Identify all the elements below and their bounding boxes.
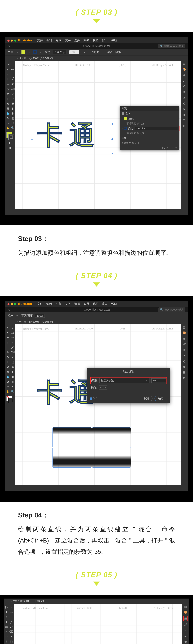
curvature-icon[interactable]: 〰	[10, 72, 15, 76]
line-tool-icon[interactable]: ╱	[10, 340, 15, 345]
rect-tool-icon[interactable]: ▭	[5, 345, 10, 350]
shape-builder-icon[interactable]: ◉	[5, 365, 10, 370]
selection-tool-icon[interactable]: ▷	[5, 62, 10, 67]
maximize-icon[interactable]	[14, 40, 16, 42]
canvas[interactable]: Design：MiuyanChow Illustrator 100+ [2023…	[15, 324, 181, 485]
stroke-panel-icon[interactable]: ≡	[184, 90, 185, 94]
properties-icon[interactable]: ▤	[183, 62, 186, 66]
preview-checkbox[interactable]: ✓预览	[90, 396, 97, 401]
curvature-icon[interactable]: 〰	[10, 336, 15, 340]
symbol-icon[interactable]: ✿	[5, 380, 10, 384]
menu-file[interactable]: 文件	[37, 302, 43, 306]
shape-builder-icon[interactable]: ◉	[5, 101, 10, 106]
toolbar[interactable]: ▷▹ ✦ᔕ ✒〰 T╱ ▭🖌 ✎⌫ ↻⤢ ⫴⬚ ◉▦ ▩▮ 💧◐ ✿▥ ▱✂ ✋…	[5, 61, 15, 209]
zoom-icon[interactable]: 🔍	[10, 126, 15, 130]
blend-options-dialog[interactable]: 混合选项 间距: 指定的步数⏷ 35 取向: ⊪ ⤳	[87, 368, 170, 403]
panel-menu-icon[interactable]: ≡	[176, 107, 178, 110]
stroke-opacity[interactable]: 不透明度: 默认值	[127, 132, 144, 135]
spacing-value-field[interactable]: 35	[152, 378, 166, 383]
stroke-panel-icon[interactable]: ≡	[185, 629, 187, 632]
orient-path-icon[interactable]: ⤳	[103, 386, 107, 390]
panel-dock[interactable]: ▤ 🎨 ▦ 🖌 ≡ ▰ ◐ ◉ ☰ ⊞	[181, 324, 188, 485]
menu-window[interactable]: 窗口	[102, 38, 108, 42]
scale-icon[interactable]: ⤢	[10, 355, 15, 360]
menu-select[interactable]: 选择	[74, 38, 80, 42]
curvature-icon[interactable]: 〰	[9, 615, 14, 620]
shaper-icon[interactable]: ✎	[4, 630, 9, 634]
width-icon[interactable]: ⫴	[4, 639, 9, 644]
menu-bar[interactable]: Illustrator 文件 编辑 对象 文字 选择 效果 视图 窗口 帮助	[5, 37, 188, 44]
canvas[interactable]: Design：MiuyanChow Illustrator 100+ [2023…	[15, 61, 181, 209]
properties-icon[interactable]: ▤	[183, 326, 186, 329]
search-box[interactable]: 🔍 搜索 Adobe 帮助	[158, 44, 185, 48]
slice-icon[interactable]: ✂	[10, 384, 15, 389]
shaper-icon[interactable]: ✎	[5, 350, 10, 355]
swatches-panel-icon[interactable]: ▦	[183, 74, 186, 77]
graph-icon[interactable]: ▥	[10, 116, 15, 120]
free-transform-icon[interactable]: ⬚	[10, 96, 15, 101]
fill-stroke-indicator[interactable]	[6, 132, 14, 140]
color-mode-icon[interactable]: ◧	[8, 140, 12, 145]
eraser-icon[interactable]: ⌫	[10, 86, 15, 91]
document-tab[interactable]: × 卡片版 * @ 600% (RGB/预览)	[4, 598, 189, 604]
eyedropper-icon[interactable]: 💧	[5, 111, 10, 116]
orientation-icons[interactable]: ⊪ ⤳	[99, 386, 107, 390]
extra-char[interactable]: 字符	[107, 50, 113, 54]
home-icon[interactable]: ⌂	[8, 308, 10, 312]
default-opacity[interactable]: 不透明度: 默认值	[122, 142, 139, 144]
symbol-icon[interactable]: ✿	[5, 116, 10, 120]
stroke-row-swatch[interactable]	[124, 127, 127, 130]
ok-button[interactable]: 确定	[155, 396, 167, 401]
brush-tool-icon[interactable]: 🖌	[10, 345, 15, 350]
rotate-icon[interactable]: ↻	[5, 355, 10, 360]
maximize-icon[interactable]	[14, 303, 16, 305]
minimize-icon[interactable]	[11, 40, 13, 42]
char-row[interactable]: 字符	[122, 136, 127, 140]
type-tool-icon[interactable]: T	[4, 620, 9, 624]
rotate-icon[interactable]: ↻	[4, 634, 9, 639]
menu-view[interactable]: 视图	[93, 38, 98, 42]
canvas[interactable]: Design：MiuyanChow Illustrator 100+ [2023…	[14, 604, 182, 644]
color-panel-icon[interactable]: 🎨	[183, 331, 186, 334]
selection-tool-icon[interactable]: ▷	[5, 326, 10, 330]
blend-icon[interactable]: ◐	[10, 111, 15, 116]
swatches-panel-icon[interactable]: ▦	[183, 337, 186, 340]
gradient-panel-icon[interactable]: ▰	[185, 634, 187, 638]
menu-edit[interactable]: 编辑	[46, 302, 52, 306]
hand-icon[interactable]: ✋	[5, 389, 10, 394]
stroke-row-label[interactable]: 描边	[128, 127, 133, 130]
orient-page-icon[interactable]: ⊪	[99, 386, 103, 390]
brushes-panel-icon[interactable]: 🖌	[183, 342, 186, 346]
gradient-icon[interactable]: ▮	[10, 370, 15, 374]
brushes-panel-icon[interactable]: 🖌	[183, 79, 186, 82]
brush-tool-icon[interactable]: 🖌	[9, 624, 14, 629]
appearance-icon[interactable]: ◉	[183, 108, 186, 111]
brushes-panel-icon[interactable]: 🖌	[184, 623, 187, 626]
stroke-swatch[interactable]	[33, 50, 37, 54]
rotate-icon[interactable]: ↻	[5, 92, 10, 96]
menu-file[interactable]: 文件	[37, 38, 43, 42]
spacing-mode-select[interactable]: 指定的步数⏷	[99, 378, 150, 383]
transparency-icon[interactable]: ◐	[183, 102, 186, 105]
pen-tool-icon[interactable]: ✒	[4, 615, 9, 620]
line-tool-icon[interactable]: ╱	[10, 77, 15, 82]
screen-mode-icon[interactable]: ▢	[8, 151, 12, 155]
free-transform-icon[interactable]: ⬚	[10, 360, 15, 364]
profile-chip[interactable]: - 海比	[69, 50, 79, 54]
gradient-icon[interactable]: ▮	[10, 106, 15, 111]
pen-tool-icon[interactable]: ✒	[5, 72, 10, 76]
type-tool-icon[interactable]: T	[5, 77, 10, 82]
new-icon[interactable]: ▢	[171, 146, 173, 149]
properties-icon[interactable]: ▤	[184, 605, 187, 608]
close-icon[interactable]	[7, 303, 9, 305]
blend-icon[interactable]: ◐	[10, 374, 15, 379]
wand-icon[interactable]: ✦	[4, 610, 9, 614]
wand-icon[interactable]: ✦	[5, 67, 10, 72]
mesh-icon[interactable]: ▩	[5, 370, 10, 374]
perspective-icon[interactable]: ▦	[10, 101, 15, 106]
menu-bar[interactable]: Illustrator 文件 编辑 对象 文字 选择 效果 视图 窗口 帮助	[5, 301, 188, 307]
transparency-icon[interactable]: ◐	[184, 640, 187, 643]
layers-panel-icon[interactable]: ☰	[183, 371, 186, 374]
menu-help[interactable]: 帮助	[111, 38, 117, 42]
fill-row-label[interactable]: 填色	[128, 117, 134, 120]
